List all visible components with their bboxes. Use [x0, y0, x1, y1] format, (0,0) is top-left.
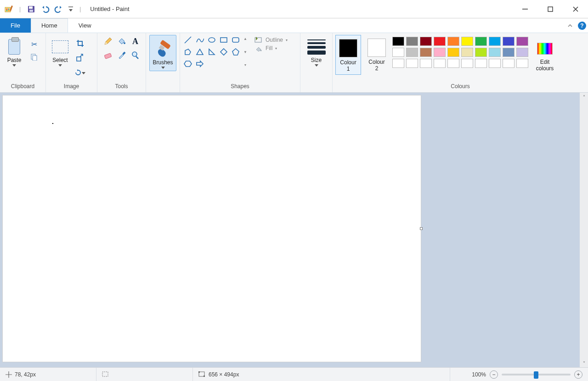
palette-swatch[interactable]: [516, 37, 528, 46]
shape-rect[interactable]: [219, 35, 229, 45]
palette-swatch[interactable]: [447, 37, 459, 46]
ribbon-collapse-icon[interactable]: [564, 18, 576, 33]
shape-polygon[interactable]: [183, 47, 193, 57]
save-icon[interactable]: [26, 4, 36, 14]
shape-roundrect[interactable]: [231, 35, 241, 45]
colour2-button[interactable]: Colour 2: [364, 35, 390, 74]
shapes-scroll[interactable]: ▲ ▼ ▾: [242, 35, 249, 69]
brushes-button[interactable]: Brushes: [149, 35, 176, 71]
palette-swatch[interactable]: [489, 48, 501, 57]
resize-handle-right[interactable]: [420, 227, 423, 230]
shape-oval[interactable]: [207, 35, 217, 45]
edit-colours-button[interactable]: Edit colours: [531, 35, 559, 74]
palette-swatch[interactable]: [516, 48, 528, 57]
scroll-up-icon[interactable]: ▲: [243, 35, 247, 43]
crop-icon: [76, 39, 84, 47]
palette-swatch[interactable]: [406, 59, 418, 68]
palette-swatch[interactable]: [392, 48, 404, 57]
palette-swatch[interactable]: [503, 59, 514, 68]
app-icon[interactable]: [4, 4, 14, 14]
crop-button[interactable]: [74, 38, 85, 49]
shape-diamond[interactable]: [219, 47, 229, 57]
palette-swatch[interactable]: [503, 37, 514, 46]
text-tool[interactable]: A: [129, 35, 142, 48]
palette-swatch[interactable]: [420, 37, 432, 46]
palette-swatch[interactable]: [489, 37, 501, 46]
zoom-out-button[interactable]: −: [490, 370, 498, 379]
shape-triangle[interactable]: [195, 47, 205, 57]
shape-pentagon[interactable]: [231, 47, 241, 57]
palette-swatch[interactable]: [392, 59, 404, 68]
eyedropper-icon: [117, 50, 126, 60]
palette-swatch[interactable]: [420, 59, 432, 68]
palette-swatch[interactable]: [475, 59, 487, 68]
palette-swatch[interactable]: [420, 48, 432, 57]
help-button[interactable]: ?: [576, 18, 588, 33]
shape-arrow-right[interactable]: [195, 59, 205, 69]
shape-hexagon[interactable]: [183, 59, 193, 69]
outline-icon: [254, 37, 263, 43]
qat-customize-icon[interactable]: [68, 4, 74, 14]
scroll-down-icon[interactable]: ▼: [243, 48, 247, 56]
palette-swatch[interactable]: [392, 37, 404, 46]
shape-line[interactable]: [183, 35, 193, 45]
resize-button[interactable]: [74, 52, 85, 63]
close-button[interactable]: [563, 0, 588, 18]
canvas[interactable]: [3, 95, 421, 362]
scroll-up-icon[interactable]: ˄: [580, 93, 588, 101]
palette-swatch[interactable]: [461, 48, 473, 57]
panel-label: Shapes: [183, 81, 297, 92]
colour1-button[interactable]: Colour 1: [335, 35, 361, 75]
bucket-tool[interactable]: [115, 35, 128, 48]
palette-swatch[interactable]: [406, 48, 418, 57]
palette-swatch[interactable]: [434, 48, 446, 57]
pencil-tool[interactable]: [102, 35, 114, 48]
tab-view[interactable]: View: [68, 18, 102, 33]
palette-swatch[interactable]: [434, 59, 446, 68]
palette-swatch[interactable]: [434, 37, 446, 46]
palette-swatch[interactable]: [503, 48, 514, 57]
zoom-slider[interactable]: [502, 374, 571, 375]
cut-button[interactable]: ✂: [28, 39, 40, 50]
shapes-gallery[interactable]: [183, 35, 241, 69]
minimize-button[interactable]: [512, 0, 537, 18]
zoom-in-button[interactable]: +: [574, 370, 582, 379]
palette-swatch[interactable]: [489, 59, 501, 68]
eyedropper-tool[interactable]: [115, 49, 128, 62]
rotate-icon: [74, 69, 81, 76]
palette-swatch[interactable]: [461, 59, 473, 68]
palette-swatch[interactable]: [406, 37, 418, 46]
magnifier-tool[interactable]: [129, 49, 142, 62]
shape-curve[interactable]: [195, 35, 205, 45]
copy-button[interactable]: [28, 51, 40, 62]
outline-dropdown[interactable]: Outline ▾: [254, 37, 288, 43]
pencil-icon: [103, 37, 113, 46]
palette-swatch[interactable]: [461, 37, 473, 46]
panel-label: Tools: [100, 81, 143, 92]
size-button[interactable]: Size: [305, 35, 328, 68]
maximize-button[interactable]: [537, 0, 563, 18]
tab-home[interactable]: Home: [31, 18, 68, 33]
shape-right-triangle[interactable]: [207, 47, 217, 57]
panel-label: Clipboard: [3, 81, 43, 92]
paste-button[interactable]: Paste: [3, 35, 26, 68]
palette-swatch[interactable]: [447, 48, 459, 57]
undo-icon[interactable]: [40, 4, 50, 14]
tab-file[interactable]: File: [0, 18, 31, 33]
palette-swatch[interactable]: [516, 59, 528, 68]
scroll-down-icon[interactable]: ˅: [580, 359, 588, 367]
palette-swatch[interactable]: [447, 59, 459, 68]
eraser-icon: [103, 50, 113, 60]
redo-icon[interactable]: [54, 4, 64, 14]
scroll-more-icon[interactable]: ▾: [244, 61, 246, 69]
colour2-swatch: [368, 39, 386, 57]
select-button[interactable]: Select: [49, 35, 72, 68]
zoom-thumb[interactable]: [534, 371, 538, 379]
canvas-area[interactable]: [0, 93, 580, 367]
palette-swatch[interactable]: [475, 48, 487, 57]
palette-swatch[interactable]: [475, 37, 487, 46]
fill-dropdown[interactable]: Fill ▾: [254, 45, 288, 51]
rotate-button[interactable]: [74, 67, 85, 78]
eraser-tool[interactable]: [102, 49, 114, 62]
vertical-scrollbar[interactable]: ˄ ˅: [580, 93, 588, 367]
